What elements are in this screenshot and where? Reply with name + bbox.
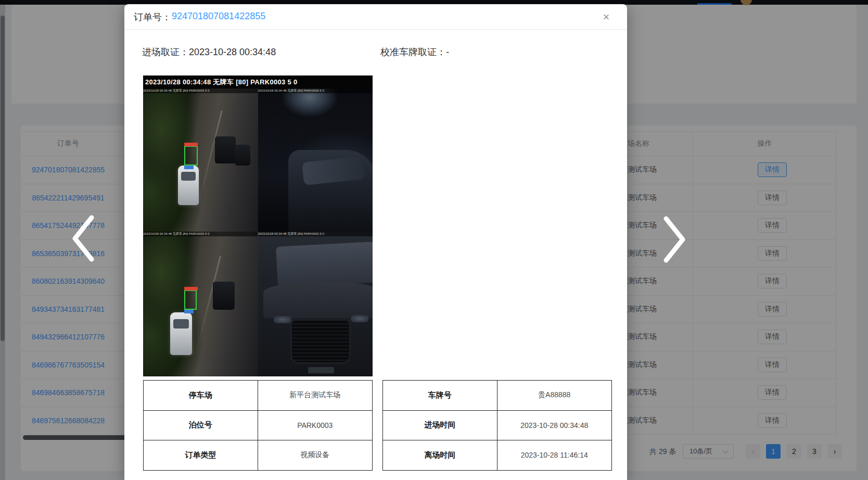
order-detail-modal: 订单号： 924701807081422855 × 进场取证：2023-10-2… bbox=[124, 4, 627, 480]
plate-time-info-value: 贵A88888 bbox=[497, 381, 612, 410]
plate-time-info-label: 车牌号 bbox=[383, 381, 497, 410]
camera-sub-caption: 2023/10/28 00:34:48 无牌车 [80] PARK0003 5 … bbox=[258, 232, 373, 236]
detection-box bbox=[184, 290, 197, 310]
plate-time-info-row: 进场时间2023-10-28 00:34:48 bbox=[383, 411, 611, 441]
entry-evidence-image: 2023/10/28 00:34:48 无牌车 [80] PARK0003 5 … bbox=[143, 75, 373, 376]
camera-timestamp-caption: 2023/10/28 00:34:48 无牌车 [80] PARK0003 5 … bbox=[143, 75, 373, 89]
parking-info-row: 泊位号PARK0003 bbox=[144, 411, 372, 441]
parking-info-value: 新平台测试车场 bbox=[258, 381, 373, 410]
screen: 停放时长: 请选择停放时长 审核人: 请选择审核人 开始日期 - 结束日期 查询… bbox=[0, 0, 868, 480]
plate-time-info-value: 2023-10-28 00:34:48 bbox=[497, 411, 612, 440]
parking-info-value: 视频设备 bbox=[258, 440, 373, 470]
white-car bbox=[178, 166, 199, 205]
plate-time-info-value: 2023-10-28 11:46:14 bbox=[497, 440, 612, 470]
modal-title-label: 订单号： bbox=[134, 11, 171, 23]
plate-time-info-table: 车牌号贵A88888进场时间2023-10-28 00:34:48离场时间202… bbox=[382, 380, 612, 471]
camera-quadrant-closeup-2 bbox=[258, 232, 373, 376]
camera-quadrant-street-1 bbox=[143, 89, 258, 232]
camera-sub-caption: 2023/10/28 00:34:48 无牌车 [80] PARK0003 5 … bbox=[143, 89, 258, 93]
modal-order-number-link[interactable]: 924701807081422855 bbox=[172, 11, 265, 22]
modal-header: 订单号： 924701807081422855 × bbox=[124, 4, 627, 30]
detection-box bbox=[184, 146, 198, 166]
parking-info-label: 停车场 bbox=[144, 381, 258, 410]
plate-time-info-row: 车牌号贵A88888 bbox=[383, 381, 611, 411]
camera-sub-caption: 2023/10/28 00:34:48 无牌车 [80] PARK0003 5 … bbox=[143, 232, 258, 236]
camera-sub-caption: 2023/10/28 00:34:48 无牌车 [80] PARK0003 5 … bbox=[258, 89, 373, 93]
camera-quadrant-street-2 bbox=[143, 232, 258, 376]
carousel-prev-arrow[interactable] bbox=[69, 213, 96, 263]
calibration-evidence-line: 校准车牌取证：- bbox=[380, 46, 449, 58]
white-car bbox=[170, 312, 192, 355]
parking-info-row: 停车场新平台测试车场 bbox=[144, 381, 372, 411]
parking-info-label: 订单类型 bbox=[144, 440, 258, 470]
plate-time-info-label: 离场时间 bbox=[383, 440, 497, 470]
parking-info-table: 停车场新平台测试车场泊位号PARK0003订单类型视频设备 bbox=[143, 380, 373, 471]
carousel-next-arrow[interactable] bbox=[662, 214, 689, 264]
parking-info-row: 订单类型视频设备 bbox=[144, 440, 372, 471]
plate-time-info-label: 进场时间 bbox=[383, 411, 497, 440]
close-icon[interactable]: × bbox=[598, 9, 614, 25]
parking-info-label: 泊位号 bbox=[144, 411, 258, 440]
plate-time-info-row: 离场时间2023-10-28 11:46:14 bbox=[383, 440, 611, 471]
camera-quadrant-closeup-1 bbox=[258, 89, 373, 232]
parking-info-value: PARK0003 bbox=[258, 411, 373, 440]
entry-evidence-line: 进场取证：2023-10-28 00:34:48 bbox=[142, 46, 276, 58]
